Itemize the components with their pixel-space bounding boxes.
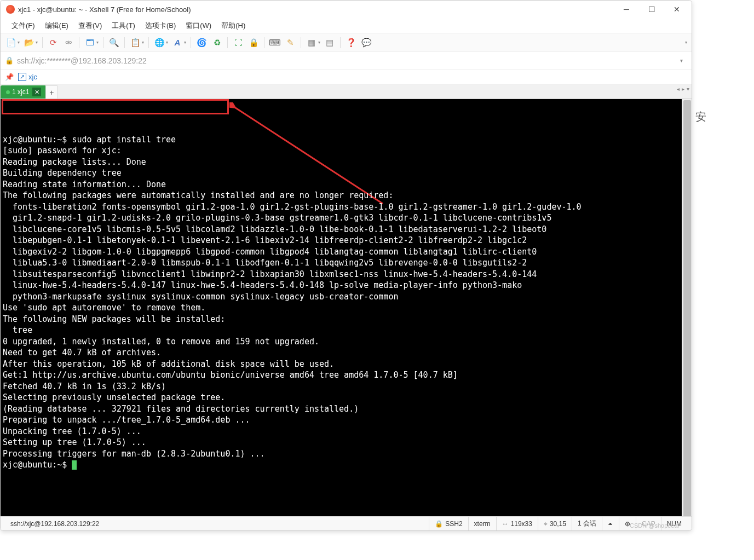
- status-bar: ssh://xjc@192.168.203.129:22 🔒SSH2 xterm…: [1, 516, 692, 530]
- keyboard-icon[interactable]: ⌨: [268, 36, 282, 50]
- tab-label: 1 xjc1: [12, 88, 29, 96]
- expand-icon[interactable]: ⛶: [231, 36, 245, 50]
- location-icon: ⌖: [544, 520, 548, 528]
- help-icon[interactable]: ❓: [344, 36, 358, 50]
- app-icon: [6, 5, 15, 14]
- layout-icon[interactable]: ▤: [323, 36, 337, 50]
- menu-tools[interactable]: 工具(T): [107, 19, 140, 32]
- terminal[interactable]: xjc@ubuntu:~$ sudo apt install tree [sud…: [1, 99, 692, 516]
- status-protocol: 🔒SSH2: [429, 517, 468, 530]
- session-shortcut[interactable]: ↗ xjc: [18, 73, 37, 81]
- titlebar: xjc1 - xjc@ubuntu: ~ - Xshell 7 (Free fo…: [1, 1, 692, 18]
- terminal-cursor-icon: [72, 460, 77, 470]
- tab-add-button[interactable]: +: [45, 85, 57, 99]
- terminal-prompt-1: xjc@ubuntu:~$: [3, 135, 67, 145]
- session-shortcut-label: xjc: [28, 73, 37, 81]
- font-icon[interactable]: A: [170, 36, 185, 50]
- pin-icon[interactable]: 📌: [5, 73, 14, 81]
- reconnect-icon[interactable]: ⟳: [46, 36, 60, 50]
- disconnect-icon[interactable]: ⚮: [61, 36, 76, 50]
- menubar: 文件(F) 编辑(E) 查看(V) 工具(T) 选项卡(B) 窗口(W) 帮助(…: [1, 18, 692, 33]
- properties-icon[interactable]: 🗔: [83, 36, 97, 50]
- scrollbar-thumb[interactable]: [683, 100, 691, 516]
- cropped-text: 安: [695, 109, 706, 124]
- window-title: xjc1 - xjc@ubuntu: ~ - Xshell 7 (Free fo…: [18, 5, 191, 14]
- annotation-highlight-box: [2, 99, 229, 114]
- status-sessions: 1 会话: [572, 517, 602, 530]
- close-button[interactable]: ✕: [664, 1, 689, 18]
- address-dropdown-icon[interactable]: ▾: [676, 57, 687, 63]
- tab-nav: ◂ ▸ ▾: [677, 86, 689, 92]
- lock-small-icon: 🔒: [435, 520, 443, 528]
- copy-icon[interactable]: 📋: [128, 36, 142, 50]
- status-connection: ssh://xjc@192.168.203.129:22: [5, 517, 105, 530]
- menu-view[interactable]: 查看(V): [74, 19, 106, 32]
- titlebar-left: xjc1 - xjc@ubuntu: ~ - Xshell 7 (Free fo…: [6, 5, 191, 14]
- grid-icon[interactable]: ▦: [304, 36, 319, 50]
- tab-status-dot-icon: [6, 90, 10, 94]
- refresh-green-icon[interactable]: ♻: [210, 36, 224, 50]
- maximize-button[interactable]: ☐: [639, 1, 664, 18]
- status-size: ↔119x33: [496, 517, 538, 530]
- menu-window[interactable]: 窗口(W): [181, 19, 216, 32]
- toolbar-overflow-icon[interactable]: ▾: [685, 40, 687, 45]
- svg-line-0: [234, 107, 383, 204]
- watermark: CSDN @shopeeai: [630, 522, 679, 529]
- chat-icon[interactable]: 💬: [359, 36, 373, 50]
- globe-icon[interactable]: 🌐: [152, 36, 166, 50]
- status-cursor: ⌖30,15: [538, 517, 572, 530]
- tab-xjc1[interactable]: 1 xjc1 ✕: [1, 85, 45, 99]
- terminal-prompt-2: xjc@ubuntu:~$: [3, 460, 72, 470]
- open-folder-icon[interactable]: 📂: [22, 36, 36, 50]
- terminal-command: sudo apt install tree: [67, 135, 176, 145]
- resize-icon: ↔: [502, 520, 509, 528]
- highlight-icon[interactable]: ✎: [283, 36, 297, 50]
- lock-icon[interactable]: 🔒: [246, 36, 261, 50]
- tab-prev-icon[interactable]: ◂: [677, 86, 680, 92]
- spiral-icon[interactable]: 🌀: [194, 36, 209, 50]
- session-box-icon: ↗: [18, 73, 26, 81]
- status-termtype: xterm: [468, 517, 496, 530]
- terminal-output: [sudo] password for xjc: Reading package…: [3, 146, 582, 459]
- tab-close-icon[interactable]: ✕: [32, 88, 41, 96]
- minimize-button[interactable]: ─: [614, 1, 639, 18]
- tab-next-icon[interactable]: ▸: [682, 86, 684, 92]
- address-bar: 🔒 ssh://xjc:********@192.168.203.129:22 …: [1, 52, 692, 70]
- address-text[interactable]: ssh://xjc:********@192.168.203.129:22: [17, 56, 676, 65]
- tab-bar: 1 xjc1 ✕ + ◂ ▸ ▾: [1, 85, 692, 99]
- app-window: xjc1 - xjc@ubuntu: ~ - Xshell 7 (Free fo…: [0, 0, 692, 531]
- menu-file[interactable]: 文件(F): [7, 19, 39, 32]
- status-caret-up-icon[interactable]: ⏶: [602, 517, 619, 530]
- lock-icon: 🔒: [5, 56, 14, 65]
- menu-tabs[interactable]: 选项卡(B): [141, 19, 180, 32]
- menu-help[interactable]: 帮助(H): [217, 19, 250, 32]
- tab-list-icon[interactable]: ▾: [687, 86, 689, 92]
- search-icon[interactable]: 🔍: [107, 36, 121, 50]
- menu-edit[interactable]: 编辑(E): [41, 19, 73, 32]
- new-session-icon[interactable]: 📄: [4, 36, 18, 50]
- window-controls: ─ ☐ ✕: [614, 1, 689, 18]
- terminal-scrollbar[interactable]: [682, 99, 692, 516]
- toolbar: 📄▾ 📂▾ ⟳ ⚮ 🗔▾ 🔍 📋▾ 🌐▾ A▾ 🌀 ♻ ⛶ 🔒 ⌨ ✎ ▦▾ ▤…: [1, 33, 692, 52]
- session-bar: 📌 ↗ xjc: [1, 70, 692, 85]
